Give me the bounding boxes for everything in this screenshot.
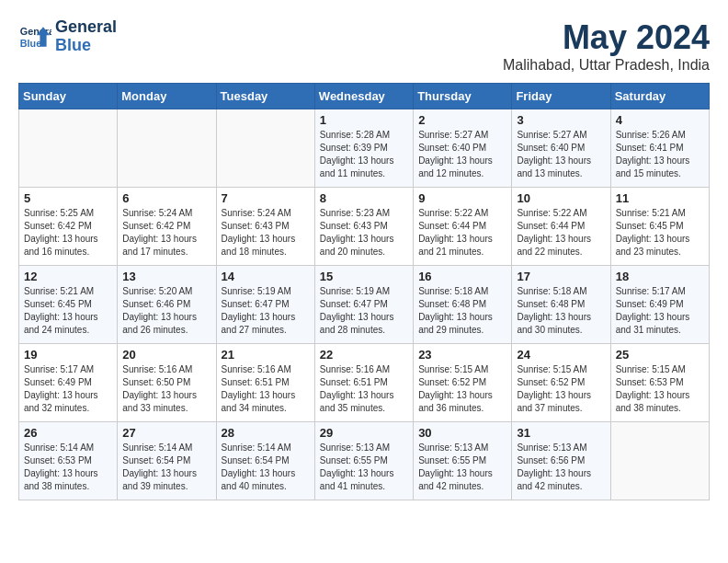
day-number: 15 [320, 270, 408, 283]
day-number: 3 [517, 113, 605, 127]
cell-info: Sunrise: 5:15 AM Sunset: 6:53 PM Dayligh… [616, 363, 704, 415]
header-cell-saturday: Saturday [610, 84, 709, 109]
cell-info: Sunrise: 5:16 AM Sunset: 6:51 PM Dayligh… [320, 363, 408, 415]
calendar-cell: 31Sunrise: 5:13 AM Sunset: 6:56 PM Dayli… [512, 422, 610, 500]
day-number: 5 [24, 191, 112, 205]
day-number: 10 [517, 191, 605, 205]
cell-info: Sunrise: 5:21 AM Sunset: 6:45 PM Dayligh… [616, 207, 704, 259]
calendar-cell [19, 109, 118, 188]
calendar-body: 1Sunrise: 5:28 AM Sunset: 6:39 PM Daylig… [19, 109, 710, 500]
calendar-cell: 18Sunrise: 5:17 AM Sunset: 6:49 PM Dayli… [610, 266, 709, 344]
calendar-cell: 9Sunrise: 5:22 AM Sunset: 6:44 PM Daylig… [414, 188, 512, 266]
calendar-row: 19Sunrise: 5:17 AM Sunset: 6:49 PM Dayli… [19, 344, 710, 422]
calendar-row: 12Sunrise: 5:21 AM Sunset: 6:45 PM Dayli… [19, 266, 710, 344]
calendar-table: SundayMondayTuesdayWednesdayThursdayFrid… [18, 83, 710, 500]
day-number: 21 [222, 348, 310, 362]
day-number: 16 [418, 270, 506, 283]
calendar-cell [216, 109, 314, 188]
cell-info: Sunrise: 5:27 AM Sunset: 6:40 PM Dayligh… [517, 129, 605, 180]
logo: General Blue General Blue [18, 18, 117, 55]
header-cell-sunday: Sunday [19, 84, 118, 109]
cell-info: Sunrise: 5:17 AM Sunset: 6:49 PM Dayligh… [616, 285, 704, 337]
main-title: May 2024 [503, 18, 710, 57]
calendar-cell: 19Sunrise: 5:17 AM Sunset: 6:49 PM Dayli… [19, 344, 118, 422]
calendar-cell: 26Sunrise: 5:14 AM Sunset: 6:53 PM Dayli… [19, 422, 118, 500]
calendar-row: 5Sunrise: 5:25 AM Sunset: 6:42 PM Daylig… [19, 188, 710, 266]
logo-text-line2: Blue [55, 37, 117, 55]
calendar-cell: 20Sunrise: 5:16 AM Sunset: 6:50 PM Dayli… [118, 344, 216, 422]
calendar-cell: 2Sunrise: 5:27 AM Sunset: 6:40 PM Daylig… [414, 109, 512, 188]
day-number: 22 [320, 348, 408, 362]
header-cell-thursday: Thursday [414, 84, 512, 109]
logo-icon: General Blue [18, 20, 51, 53]
calendar-cell: 5Sunrise: 5:25 AM Sunset: 6:42 PM Daylig… [19, 188, 118, 266]
day-number: 4 [616, 113, 704, 127]
cell-info: Sunrise: 5:14 AM Sunset: 6:54 PM Dayligh… [122, 442, 210, 493]
cell-info: Sunrise: 5:23 AM Sunset: 6:43 PM Dayligh… [320, 207, 408, 259]
logo-text-line1: General [55, 18, 117, 37]
calendar-cell: 24Sunrise: 5:15 AM Sunset: 6:52 PM Dayli… [512, 344, 610, 422]
calendar-cell: 6Sunrise: 5:24 AM Sunset: 6:42 PM Daylig… [118, 188, 216, 266]
cell-info: Sunrise: 5:27 AM Sunset: 6:40 PM Dayligh… [418, 129, 506, 180]
cell-info: Sunrise: 5:18 AM Sunset: 6:48 PM Dayligh… [418, 285, 506, 337]
header-cell-tuesday: Tuesday [216, 84, 314, 109]
header-cell-friday: Friday [512, 84, 610, 109]
calendar-cell: 15Sunrise: 5:19 AM Sunset: 6:47 PM Dayli… [314, 266, 413, 344]
calendar-cell: 23Sunrise: 5:15 AM Sunset: 6:52 PM Dayli… [414, 344, 512, 422]
cell-info: Sunrise: 5:19 AM Sunset: 6:47 PM Dayligh… [320, 285, 408, 337]
calendar-cell [610, 422, 709, 500]
calendar-cell: 8Sunrise: 5:23 AM Sunset: 6:43 PM Daylig… [314, 188, 413, 266]
cell-info: Sunrise: 5:16 AM Sunset: 6:51 PM Dayligh… [222, 363, 310, 415]
calendar-row: 26Sunrise: 5:14 AM Sunset: 6:53 PM Dayli… [19, 422, 710, 500]
cell-info: Sunrise: 5:14 AM Sunset: 6:53 PM Dayligh… [24, 442, 112, 493]
cell-info: Sunrise: 5:13 AM Sunset: 6:55 PM Dayligh… [320, 442, 408, 493]
cell-info: Sunrise: 5:26 AM Sunset: 6:41 PM Dayligh… [616, 129, 704, 180]
cell-info: Sunrise: 5:22 AM Sunset: 6:44 PM Dayligh… [517, 207, 605, 259]
day-number: 8 [320, 191, 408, 205]
cell-info: Sunrise: 5:13 AM Sunset: 6:56 PM Dayligh… [517, 442, 605, 493]
cell-info: Sunrise: 5:16 AM Sunset: 6:50 PM Dayligh… [122, 363, 210, 415]
calendar-row: 1Sunrise: 5:28 AM Sunset: 6:39 PM Daylig… [19, 109, 710, 188]
cell-info: Sunrise: 5:15 AM Sunset: 6:52 PM Dayligh… [517, 363, 605, 415]
cell-info: Sunrise: 5:13 AM Sunset: 6:55 PM Dayligh… [418, 442, 506, 493]
day-number: 26 [24, 426, 112, 440]
calendar-cell: 10Sunrise: 5:22 AM Sunset: 6:44 PM Dayli… [512, 188, 610, 266]
cell-info: Sunrise: 5:17 AM Sunset: 6:49 PM Dayligh… [24, 363, 112, 415]
day-number: 23 [418, 348, 506, 362]
day-number: 31 [517, 426, 605, 440]
calendar-cell: 4Sunrise: 5:26 AM Sunset: 6:41 PM Daylig… [610, 109, 709, 188]
subtitle: Malihabad, Uttar Pradesh, India [503, 57, 710, 74]
day-number: 28 [222, 426, 310, 440]
header-row: SundayMondayTuesdayWednesdayThursdayFrid… [19, 84, 710, 109]
cell-info: Sunrise: 5:24 AM Sunset: 6:43 PM Dayligh… [222, 207, 310, 259]
calendar-header: SundayMondayTuesdayWednesdayThursdayFrid… [19, 84, 710, 109]
day-number: 9 [418, 191, 506, 205]
day-number: 11 [616, 191, 704, 205]
calendar-cell: 27Sunrise: 5:14 AM Sunset: 6:54 PM Dayli… [118, 422, 216, 500]
day-number: 6 [122, 191, 210, 205]
day-number: 2 [418, 113, 506, 127]
day-number: 30 [418, 426, 506, 440]
page-header: General Blue General Blue May 2024 Malih… [18, 18, 710, 74]
calendar-cell: 1Sunrise: 5:28 AM Sunset: 6:39 PM Daylig… [314, 109, 413, 188]
day-number: 20 [122, 348, 210, 362]
day-number: 1 [320, 113, 408, 127]
day-number: 24 [517, 348, 605, 362]
cell-info: Sunrise: 5:28 AM Sunset: 6:39 PM Dayligh… [320, 129, 408, 180]
calendar-cell: 7Sunrise: 5:24 AM Sunset: 6:43 PM Daylig… [216, 188, 314, 266]
calendar-cell: 21Sunrise: 5:16 AM Sunset: 6:51 PM Dayli… [216, 344, 314, 422]
calendar-cell: 12Sunrise: 5:21 AM Sunset: 6:45 PM Dayli… [19, 266, 118, 344]
cell-info: Sunrise: 5:20 AM Sunset: 6:46 PM Dayligh… [122, 285, 210, 337]
cell-info: Sunrise: 5:14 AM Sunset: 6:54 PM Dayligh… [222, 442, 310, 493]
day-number: 19 [24, 348, 112, 362]
cell-info: Sunrise: 5:22 AM Sunset: 6:44 PM Dayligh… [418, 207, 506, 259]
calendar-cell: 11Sunrise: 5:21 AM Sunset: 6:45 PM Dayli… [610, 188, 709, 266]
calendar-cell: 17Sunrise: 5:18 AM Sunset: 6:48 PM Dayli… [512, 266, 610, 344]
cell-info: Sunrise: 5:15 AM Sunset: 6:52 PM Dayligh… [418, 363, 506, 415]
calendar-cell: 29Sunrise: 5:13 AM Sunset: 6:55 PM Dayli… [314, 422, 413, 500]
calendar-cell: 28Sunrise: 5:14 AM Sunset: 6:54 PM Dayli… [216, 422, 314, 500]
day-number: 7 [222, 191, 310, 205]
day-number: 14 [222, 270, 310, 283]
svg-text:Blue: Blue [20, 38, 41, 49]
calendar-cell: 30Sunrise: 5:13 AM Sunset: 6:55 PM Dayli… [414, 422, 512, 500]
